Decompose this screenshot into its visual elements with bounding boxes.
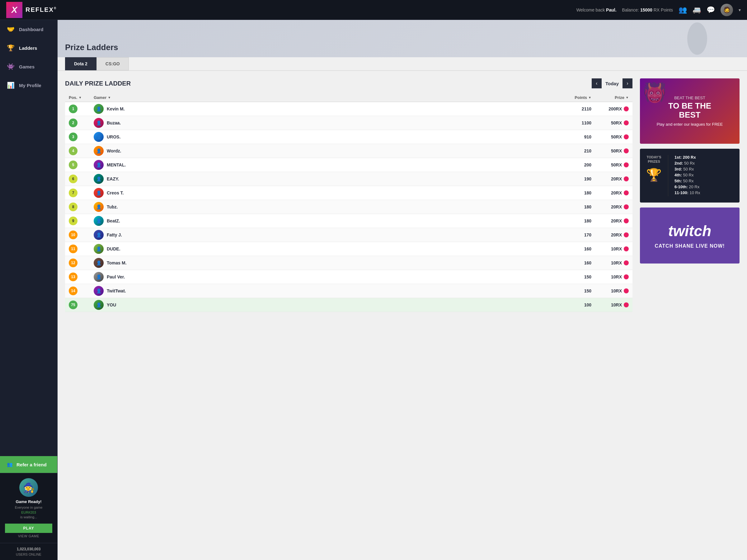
pos-cell: 11 [69,244,94,253]
table-row[interactable]: 9 👤 BeatZ. 180 20RX [65,214,633,228]
myprofile-icon: 📊 [7,81,15,89]
gamer-name: Tubz. [107,205,118,209]
prize-cell: 20RX [598,177,629,181]
game-ready-text: Everyone in game EUR#203 is waiting... [5,505,52,519]
prize-value: 50RX [611,134,622,139]
prize-1st: 1st: 200 Rx [674,155,733,160]
prize-cell: 10RX [598,302,629,308]
prize-cell: 20RX [598,205,629,209]
prize-value: 10RX [611,288,622,293]
ladder-header: DAILY PRIZE LADDER ‹ Today › [65,78,633,88]
notifications-icon[interactable]: 🚐 [693,6,701,14]
col-gamer[interactable]: Gamer ▼ [94,95,560,100]
col-points[interactable]: Points ▼ [560,95,598,100]
pos-badge: 3 [69,133,77,141]
prize-value: 10RX [611,302,622,308]
next-day-button[interactable]: › [622,78,633,88]
refer-friend-button[interactable]: 👥 Refer a friend [0,456,57,473]
prize-value: 50RX [611,149,622,153]
pos-cell: 2 [69,118,94,127]
points-cell: 910 [560,134,598,139]
prize-value: 10RX [611,274,622,279]
table-row[interactable]: 2 👤 Buzaa. 1100 50RX [65,116,633,130]
users-label: USERS ONLINE [16,553,42,556]
pos-cell: 14 [69,287,94,295]
topnav-right: Welcome back Paul. Balance: 15000 RX Poi… [576,4,741,16]
col-pos[interactable]: Pos. ▼ [69,95,94,100]
logo-x-icon: X [6,2,22,18]
prizes-list: 1st: 200 Rx 2nd: 50 Rx 3rd: 50 Rx 4th: 5… [674,155,733,196]
pos-cell: 75 [69,300,94,309]
sidebar-item-dashboard[interactable]: 🤝 Dashboard [0,20,57,38]
refer-friend-label: Refer a friend [17,462,47,467]
sidebar-item-games[interactable]: 👾 Games [0,57,57,76]
friends-icon[interactable]: 👥 [678,6,687,14]
pos-cell: 10 [69,231,94,239]
table-row[interactable]: 8 👤 Tubz. 180 20RX [65,200,633,214]
prev-day-button[interactable]: ‹ [592,78,602,88]
prize-cell: 10RX [598,246,629,251]
rx-dot-icon [624,134,629,139]
rx-dot-icon [624,177,629,181]
rx-dot-icon [624,218,629,223]
messages-icon[interactable]: 💬 [706,6,715,14]
gamer-cell: 👤 EAZY. [94,174,560,184]
prize-value: 50RX [611,162,622,167]
prizes-card: TODAY'SPRIZES 🏆 1st: 200 Rx 2nd: 50 Rx 3… [640,149,740,203]
table-row[interactable]: 13 👤 Paul Ver. 150 10RX [65,270,633,284]
hero-banner: Prize Ladders [58,20,747,57]
prize-cell: 20RX [598,218,629,223]
user-avatar[interactable]: 🧔 [721,4,733,16]
prize-cell: 10RX [598,288,629,293]
prize-value: 20RX [611,232,622,237]
table-row[interactable]: 3 👤 UROS. 910 50RX [65,130,633,144]
table-row[interactable]: 4 👤 Wordz. 210 50RX [65,144,633,158]
ladder-main: DAILY PRIZE LADDER ‹ Today › Pos. ▼ Game… [58,71,747,560]
tab-csgo[interactable]: CS:GO [97,57,129,70]
twitch-card[interactable]: twitch CATCH SHANE LIVE NOW! [640,208,740,264]
table-row[interactable]: 11 👤 DUDE. 160 10RX [65,242,633,256]
gamer-cell: 👤 DUDE. [94,244,560,254]
points-cell: 150 [560,288,598,293]
avatar-dropdown-icon[interactable]: ▾ [739,7,741,12]
points-cell: 2110 [560,106,598,111]
gamer-avatar: 👤 [94,146,104,156]
gamer-name: Buzaa. [107,121,121,125]
sidebar-item-ladders[interactable]: 🏆 Ladders [0,38,57,57]
table-row[interactable]: 5 👤 MENTAL. 200 50RX [65,158,633,172]
gamer-cell: 👤 BeatZ. [94,216,560,226]
points-cell: 180 [560,205,598,209]
table-row[interactable]: 12 👤 Tomas M. 160 10RX [65,256,633,270]
view-game-link[interactable]: VIEW GAME [5,534,52,538]
table-row[interactable]: 14 👤 TwitTwat. 150 10RX [65,284,633,298]
pos-cell: 12 [69,259,94,267]
pos-badge: 7 [69,189,77,197]
prize-value: 50RX [611,121,622,125]
table-row[interactable]: 7 👤 Creos T. 180 20RX [65,186,633,200]
welcome-text: Welcome back Paul. [576,7,617,12]
sidebar-item-myprofile[interactable]: 📊 My Profile [0,76,57,95]
gamer-avatar: 👤 [94,132,104,142]
col-prize[interactable]: Prize ▼ [598,95,629,100]
ladder-title: DAILY PRIZE LADDER [65,80,131,87]
play-button[interactable]: PLAY [5,524,52,533]
table-row[interactable]: 1 👤 Kevin M. 2110 200RX [65,102,633,116]
table-row[interactable]: 10 👤 Fatty J. 170 20RX [65,228,633,242]
pos-badge: 75 [69,300,77,309]
gamer-cell: 👤 Tubz. [94,202,560,212]
dashboard-icon: 🤝 [7,26,15,33]
prize-610: 6-10th: 20 Rx [674,185,733,189]
tabs-area: Dota 2 CS:GO [58,57,747,71]
table-row[interactable]: 6 👤 EAZY. 190 20RX [65,172,633,186]
game-code: EUR#203 [21,510,36,514]
sidebar: 🤝 Dashboard 🏆 Ladders 👾 Games 📊 My Profi… [0,20,58,560]
pos-badge: 10 [69,231,77,239]
gamer-cell: 👤 TwitTwat. [94,286,560,296]
pos-sort-icon: ▼ [78,96,81,99]
sidebar-label-games: Games [19,64,34,70]
tab-dota2[interactable]: Dota 2 [65,57,97,70]
prize-cell: 50RX [598,162,629,167]
rx-dot-icon [624,190,629,195]
table-row[interactable]: 75 👤 YOU 100 10RX [65,298,633,312]
prize-value: 20RX [611,218,622,223]
